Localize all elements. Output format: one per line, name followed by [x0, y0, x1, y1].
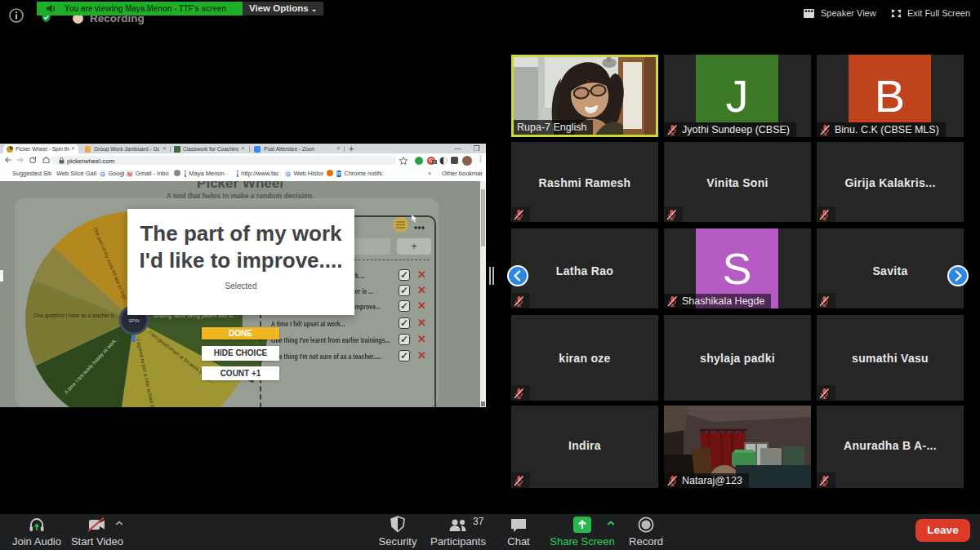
svg-text:One question I have as a teach: One question I have as a teacher is ... [33, 313, 120, 319]
svg-text:SPIN: SPIN [129, 318, 140, 323]
